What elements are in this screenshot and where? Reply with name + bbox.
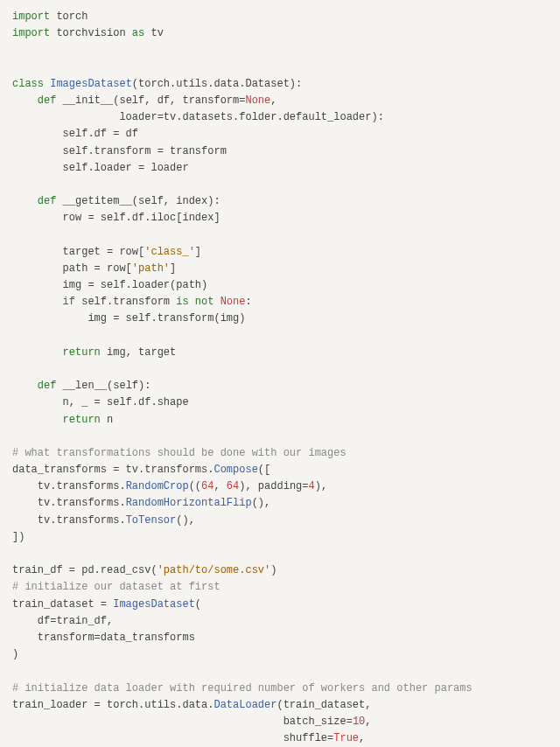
string-literal: 'class_': [144, 246, 195, 258]
code-text: ,: [359, 732, 365, 744]
class-name: DataLoader: [214, 699, 276, 711]
code-text: self.loader = loader: [12, 162, 189, 174]
code-text: __getitem__(self, index):: [56, 195, 220, 207]
number: 4: [308, 480, 314, 492]
kw-if: if: [63, 296, 75, 308]
code-text: n: [101, 414, 113, 426]
code-text: [12, 414, 63, 426]
code-text: self.transform = transform: [12, 145, 227, 157]
class-name: ToTensor: [126, 514, 177, 527]
code-text: ([: [258, 464, 270, 476]
code-text: [12, 346, 63, 359]
code-text: (torch.utils.data.Dataset):: [132, 78, 302, 90]
kw-class: class: [12, 78, 44, 90]
code-text: ,: [214, 480, 226, 492]
kw-is: is: [176, 296, 188, 308]
code-text: self.transform: [75, 296, 176, 308]
code-text: [189, 296, 195, 308]
code-text: tv: [144, 27, 164, 39]
number: 10: [353, 716, 365, 728]
comment: # initialize our dataset at first: [12, 581, 220, 593]
code-text: tv.transforms.: [12, 514, 126, 527]
comment: # what transformations should be done wi…: [12, 447, 346, 459]
kw-return: return: [63, 346, 101, 359]
kw-def: def: [38, 195, 57, 207]
code-text: ,: [270, 94, 276, 107]
code-text: (),: [176, 514, 195, 527]
code-text: [214, 296, 220, 308]
code-text: img, target: [101, 346, 176, 359]
comment: # initialize data loader with required n…: [12, 682, 472, 695]
kw-def: def: [38, 380, 57, 392]
class-name: RandomCrop: [126, 480, 189, 492]
number: 64: [227, 480, 239, 492]
string-literal: 'path/to/some.csv': [158, 564, 271, 576]
code-text: tv.transforms.: [12, 497, 126, 509]
code-text: ),: [315, 480, 327, 492]
code-text: img = self.loader(path): [12, 279, 207, 291]
code-text: train_dataset =: [12, 598, 113, 611]
code-text: (: [195, 598, 201, 611]
number: 64: [201, 480, 214, 492]
code-text: transform=data_transforms: [12, 632, 195, 644]
kw-import: import: [12, 10, 50, 23]
code-text: ,: [365, 716, 371, 728]
code-text: batch_size=: [12, 716, 353, 728]
code-text: path = row[: [12, 262, 132, 275]
code-text: [12, 296, 63, 308]
code-text: (),: [252, 497, 271, 509]
code-text: ): [12, 648, 18, 660]
code-text: ), padding=: [239, 480, 308, 492]
code-text: [12, 195, 38, 207]
code-text: ): [270, 564, 276, 576]
const-none: None: [220, 296, 246, 308]
code-text: df=train_df,: [12, 615, 113, 627]
code-text: ((: [189, 480, 201, 492]
code-text: tv.transforms.: [12, 480, 126, 492]
code-text: shuffle=: [12, 732, 333, 744]
string-literal: 'path': [132, 262, 170, 275]
class-name: RandomHorizontalFlip: [126, 497, 252, 509]
code-block: import torch import torchvision as tv cl…: [0, 0, 560, 747]
code-text: data_transforms = tv.transforms.: [12, 464, 214, 476]
code-text: torch: [50, 10, 88, 23]
const-true: True: [333, 732, 359, 744]
code-text: __len__(self):: [56, 380, 150, 392]
code-text: self.df = df: [12, 128, 138, 140]
code-text: (train_dataset,: [276, 699, 371, 711]
code-text: ]: [195, 246, 201, 258]
const-none: None: [245, 94, 270, 107]
code-text: :: [245, 296, 251, 308]
code-text: train_df = pd.read_csv(: [12, 564, 158, 576]
code-text: img = self.transform(img): [12, 312, 245, 325]
code-text: row = self.df.iloc[index]: [12, 212, 220, 224]
class-name: Compose: [214, 464, 257, 476]
code-text: train_loader = torch.utils.data.: [12, 699, 214, 711]
code-text: ]: [170, 262, 176, 275]
kw-return: return: [63, 414, 101, 426]
code-text: n, _ = self.df.shape: [12, 396, 189, 408]
code-text: [12, 380, 38, 392]
kw-as: as: [132, 27, 144, 39]
kw-import: import: [12, 27, 50, 39]
kw-not: not: [195, 296, 214, 308]
kw-def: def: [38, 94, 57, 107]
class-name: ImagesDataset: [113, 598, 195, 611]
code-text: loader=tv.datasets.folder.default_loader…: [12, 111, 384, 123]
code-text: [12, 94, 38, 107]
code-text: ]): [12, 531, 24, 543]
code-text: target = row[: [12, 246, 144, 258]
code-text: __init__(self, df, transform=: [56, 94, 245, 107]
class-name: ImagesDataset: [50, 78, 132, 90]
code-text: torchvision: [50, 27, 132, 39]
